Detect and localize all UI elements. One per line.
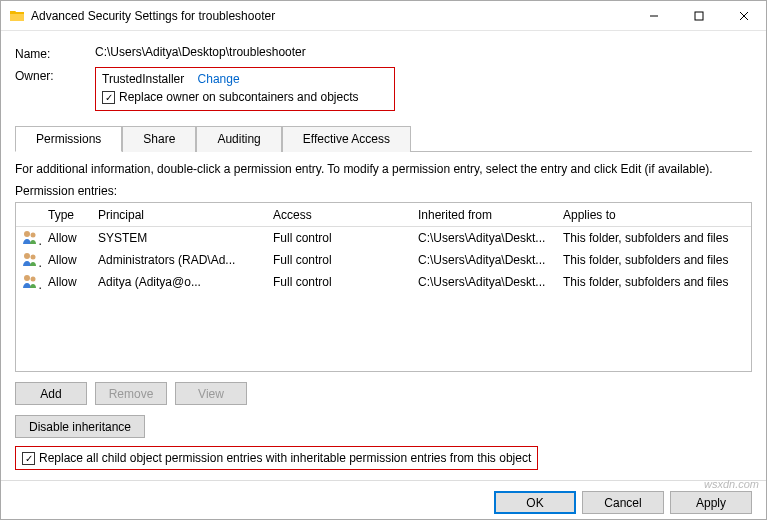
name-value: C:\Users\Aditya\Desktop\troubleshooter [95,45,752,59]
header-principal[interactable]: Principal [92,204,267,226]
header-icon-col [16,211,42,219]
header-inherited[interactable]: Inherited from [412,204,557,226]
remove-button[interactable]: Remove [95,382,167,405]
window: Advanced Security Settings for troublesh… [0,0,767,520]
watermark: wsxdn.com [704,478,759,490]
cell-applies: This folder, subfolders and files [557,249,751,271]
permission-entries-label: Permission entries: [15,184,752,198]
window-title: Advanced Security Settings for troublesh… [31,9,631,23]
dialog-footer: OK Cancel Apply [1,480,766,520]
name-row: Name: C:\Users\Aditya\Desktop\troublesho… [15,45,752,61]
cell-type: Allow [42,271,92,293]
cell-access: Full control [267,249,412,271]
change-owner-link[interactable]: Change [198,72,240,86]
replace-all-box: ✓ Replace all child object permission en… [15,446,538,470]
cell-access: Full control [267,271,412,293]
owner-label: Owner: [15,67,95,83]
table-row[interactable]: Allow Administrators (RAD\Ad... Full con… [16,249,751,271]
replace-all-label: Replace all child object permission entr… [39,451,531,465]
cell-inherited: C:\Users\Aditya\Deskt... [412,227,557,249]
svg-point-5 [24,275,30,281]
disable-inheritance-button[interactable]: Disable inheritance [15,415,145,438]
user-icon-cell [16,269,42,296]
cell-applies: This folder, subfolders and files [557,271,751,293]
svg-point-1 [24,231,30,237]
content-area: Name: C:\Users\Aditya\Desktop\troublesho… [1,31,766,480]
ok-button[interactable]: OK [494,491,576,514]
user-icon [22,273,38,289]
add-button[interactable]: Add [15,382,87,405]
folder-security-icon [9,8,25,24]
svg-point-3 [24,253,30,259]
cell-type: Allow [42,249,92,271]
cell-access: Full control [267,227,412,249]
close-button[interactable] [721,1,766,30]
tab-share[interactable]: Share [122,126,196,152]
svg-point-6 [31,276,36,281]
tabs: Permissions Share Auditing Effective Acc… [15,125,752,152]
replace-all-checkbox[interactable]: ✓ [22,452,35,465]
cell-applies: This folder, subfolders and files [557,227,751,249]
header-applies[interactable]: Applies to [557,204,751,226]
replace-owner-checkbox-row[interactable]: ✓ Replace owner on subcontainers and obj… [102,90,388,104]
cell-principal: Administrators (RAD\Ad... [92,249,267,271]
inheritance-row: Disable inheritance [15,415,752,438]
user-icon [22,229,38,245]
replace-owner-label: Replace owner on subcontainers and objec… [119,90,358,104]
header-access[interactable]: Access [267,204,412,226]
table-header: Type Principal Access Inherited from App… [16,203,751,227]
cell-inherited: C:\Users\Aditya\Deskt... [412,271,557,293]
svg-point-2 [31,232,36,237]
owner-box: TrustedInstaller Change ✓ Replace owner … [95,67,395,111]
header-type[interactable]: Type [42,204,92,226]
permission-table: Type Principal Access Inherited from App… [15,202,752,372]
owner-value: TrustedInstaller [102,72,184,86]
replace-owner-checkbox[interactable]: ✓ [102,91,115,104]
cell-inherited: C:\Users\Aditya\Deskt... [412,249,557,271]
svg-rect-0 [695,12,703,20]
replace-all-checkbox-row[interactable]: ✓ Replace all child object permission en… [22,451,531,465]
owner-row: Owner: TrustedInstaller Change ✓ Replace… [15,67,752,111]
tab-auditing[interactable]: Auditing [196,126,281,152]
maximize-button[interactable] [676,1,721,30]
entry-buttons-row: Add Remove View [15,382,752,405]
titlebar: Advanced Security Settings for troublesh… [1,1,766,31]
owner-line: TrustedInstaller Change [102,72,388,86]
view-button[interactable]: View [175,382,247,405]
table-row[interactable]: Allow SYSTEM Full control C:\Users\Adity… [16,227,751,249]
minimize-button[interactable] [631,1,676,30]
svg-point-4 [31,254,36,259]
cancel-button[interactable]: Cancel [582,491,664,514]
tab-effective-access[interactable]: Effective Access [282,126,411,152]
cell-principal: Aditya (Aditya@o... [92,271,267,293]
apply-button[interactable]: Apply [670,491,752,514]
user-icon [22,251,38,267]
name-label: Name: [15,45,95,61]
info-text: For additional information, double-click… [15,162,752,176]
tab-permissions[interactable]: Permissions [15,126,122,152]
cell-principal: SYSTEM [92,227,267,249]
table-row[interactable]: Allow Aditya (Aditya@o... Full control C… [16,271,751,293]
cell-type: Allow [42,227,92,249]
